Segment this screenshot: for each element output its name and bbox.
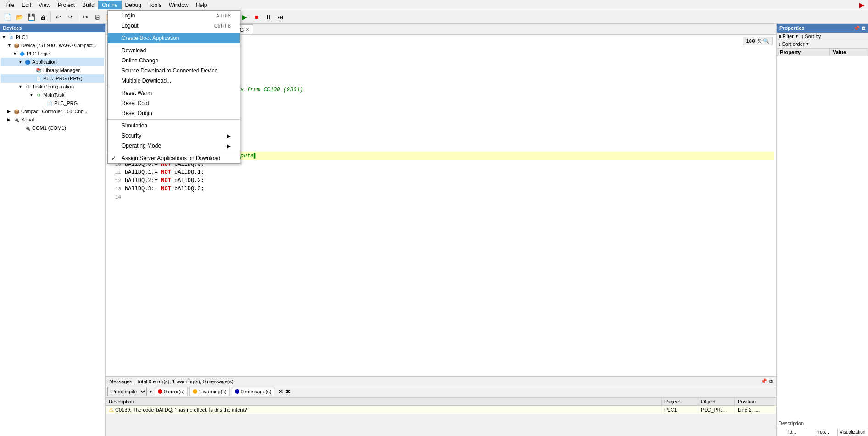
- tree-arrow-serial[interactable]: ▶: [7, 117, 13, 122]
- menu-item-reset-origin[interactable]: Reset Origin: [108, 108, 240, 118]
- tree-arrow-lib[interactable]: [29, 68, 35, 72]
- menu-view[interactable]: View: [35, 1, 54, 9]
- tree-plclogic[interactable]: ▼ 🔷 PLC Logic: [1, 50, 104, 58]
- menu-tools[interactable]: Tools: [145, 1, 165, 9]
- messages-pin-btn[interactable]: 📌: [761, 378, 767, 384]
- table-row[interactable]: ⚠ C0139: The code 'bAllDQ; ' has no effe…: [106, 406, 776, 414]
- menu-label-simulation: Simulation: [122, 122, 147, 129]
- dropdown-arrow-msg[interactable]: ▼: [149, 389, 153, 394]
- menu-label-operating-mode: Operating Mode: [122, 143, 161, 149]
- description-label: Description: [779, 420, 804, 426]
- save-btn[interactable]: 💾: [26, 11, 37, 22]
- tree-librarymanager[interactable]: 📚 Library Manager: [1, 66, 104, 74]
- col-object: Object: [698, 398, 735, 406]
- menu-item-reset-cold[interactable]: Reset Cold: [108, 98, 240, 108]
- warnings-badge[interactable]: 1 warning(s): [189, 387, 230, 396]
- properties-pin-btn[interactable]: 📌: [853, 25, 860, 31]
- precompile-select[interactable]: Precompile: [107, 387, 147, 396]
- print-btn[interactable]: 🖨: [38, 11, 49, 22]
- tree-arrow-com1[interactable]: [18, 126, 24, 130]
- errors-badge[interactable]: 0 error(s): [155, 387, 188, 396]
- com1-icon: 🔌: [24, 124, 31, 132]
- pause-btn[interactable]: ⏸: [263, 11, 274, 22]
- menu-item-assign-server[interactable]: Assign Server Applications on Download: [108, 153, 240, 163]
- messages-float-btn[interactable]: ⧉: [769, 378, 773, 384]
- menu-file[interactable]: File: [2, 1, 18, 9]
- tree-arrow-maintask[interactable]: ▼: [29, 93, 35, 97]
- tree-label-taskconfig: Task Configuration: [32, 84, 74, 89]
- tree-arrow-plc1[interactable]: ▼: [2, 35, 7, 39]
- bottom-tab-visualization[interactable]: Visualization: [838, 428, 868, 436]
- menu-project[interactable]: Project: [54, 1, 78, 9]
- tree-application[interactable]: ▼ 🔵 Application: [1, 58, 104, 66]
- menu-help[interactable]: Help: [192, 1, 211, 9]
- info-dot: [235, 389, 239, 394]
- tree-label-com1: COM1 (COM1): [32, 125, 66, 131]
- tree-plcprg[interactable]: 📄 PLC_PRG (PRG): [1, 74, 104, 83]
- tree-arrow-device[interactable]: ▼: [7, 43, 13, 48]
- menu-item-simulation[interactable]: Simulation: [108, 121, 240, 131]
- menu-item-create-boot[interactable]: Create Boot Application: [108, 33, 240, 43]
- menu-item-download[interactable]: Download: [108, 45, 240, 55]
- tree-arrow-compact[interactable]: ▶: [7, 109, 13, 114]
- filter-dropdown[interactable]: ▼: [795, 34, 799, 39]
- tree-compact[interactable]: ▶ 📦 Compact_Controller_100_Onb...: [1, 107, 104, 116]
- tree-plcprg2[interactable]: 📄 PLC_PRG: [1, 99, 104, 107]
- tree-label-serial: Serial: [21, 117, 34, 122]
- tree-arrow-plclogic[interactable]: ▼: [13, 51, 18, 56]
- menu-item-login[interactable]: Login Alt+F8: [108, 11, 240, 21]
- new-btn[interactable]: 📄: [2, 11, 13, 22]
- tree-arrow-task[interactable]: ▼: [18, 84, 24, 89]
- stop-btn[interactable]: ■: [251, 11, 262, 22]
- online-dropdown-menu: Login Alt+F8 Logout Ctrl+F8 Create Boot …: [107, 10, 240, 164]
- clear-all-btn[interactable]: ✖: [285, 388, 291, 395]
- tree-maintask[interactable]: ▼ ⚙ MainTask: [1, 91, 104, 99]
- tree-label-plc1: PLC1: [16, 34, 28, 40]
- bottom-tab-toolbox[interactable]: To...: [777, 428, 807, 436]
- cut-btn[interactable]: ✂: [80, 11, 91, 22]
- menu-item-multiple-download[interactable]: Multiple Download...: [108, 76, 240, 86]
- prop-col-property: Property: [777, 49, 830, 56]
- sort-order-icon: ↕: [779, 41, 781, 47]
- copy-btn[interactable]: ⎘: [92, 11, 103, 22]
- menu-debug[interactable]: Debug: [122, 1, 145, 9]
- tab-close-plcprg[interactable]: ✕: [245, 27, 249, 32]
- info-badge[interactable]: 0 message(s): [232, 387, 275, 396]
- plc-icon: 🖥: [7, 33, 15, 41]
- menu-item-online-change[interactable]: Online Change: [108, 55, 240, 66]
- menu-shortcut-logout: Ctrl+F8: [205, 23, 231, 28]
- menu-item-reset-warm[interactable]: Reset Warm: [108, 88, 240, 98]
- properties-float-btn[interactable]: ⧉: [862, 25, 865, 31]
- tree-com1[interactable]: 🔌 COM1 (COM1): [1, 124, 104, 132]
- bottom-tab-properties[interactable]: Prop...: [807, 428, 837, 436]
- undo-btn[interactable]: ↩: [53, 11, 64, 22]
- prop-col-value: Value: [830, 49, 868, 56]
- menu-online[interactable]: Online: [98, 1, 122, 9]
- zoom-icon-top[interactable]: 🔍: [763, 38, 769, 44]
- sort-order-dropdown[interactable]: ▼: [805, 42, 809, 46]
- menu-edit[interactable]: Edit: [18, 1, 35, 9]
- menu-item-source-download[interactable]: Source Download to Connected Device: [108, 66, 240, 76]
- msg-description: ⚠ C0139: The code 'bAllDQ; ' has no effe…: [106, 406, 662, 414]
- menu-item-operating-mode[interactable]: Operating Mode ▶: [108, 141, 240, 151]
- warning-dot: [193, 389, 197, 394]
- step-btn[interactable]: ⏭: [275, 11, 286, 22]
- run-btn[interactable]: ▶: [239, 11, 250, 22]
- open-btn[interactable]: 📂: [14, 11, 25, 22]
- tree-arrow-app[interactable]: ▼: [18, 60, 24, 64]
- devices-header: Devices: [0, 24, 105, 32]
- tree-serial[interactable]: ▶ 🔌 Serial: [1, 116, 104, 124]
- zoom-control-top: 100 % 🔍: [743, 37, 773, 45]
- menu-build[interactable]: Build: [78, 1, 98, 9]
- tree-device[interactable]: ▼ 📦 Device (751-9301 WAGO Compact...: [1, 41, 104, 50]
- redo-btn[interactable]: ↪: [65, 11, 76, 22]
- tree-arrow-plcprg[interactable]: [29, 76, 35, 81]
- sort-icon: ↕: [801, 33, 804, 39]
- menu-item-logout[interactable]: Logout Ctrl+F8: [108, 21, 240, 31]
- tree-taskconfig[interactable]: ▼ ⚙ Task Configuration: [1, 83, 104, 91]
- menu-window[interactable]: Window: [165, 1, 192, 9]
- tree-plc1[interactable]: ▼ 🖥 PLC1: [1, 33, 104, 41]
- menu-item-security[interactable]: Security ▶: [108, 131, 240, 141]
- clear-btn[interactable]: ✕: [278, 388, 284, 395]
- tree-arrow-plcprg2[interactable]: [40, 101, 46, 105]
